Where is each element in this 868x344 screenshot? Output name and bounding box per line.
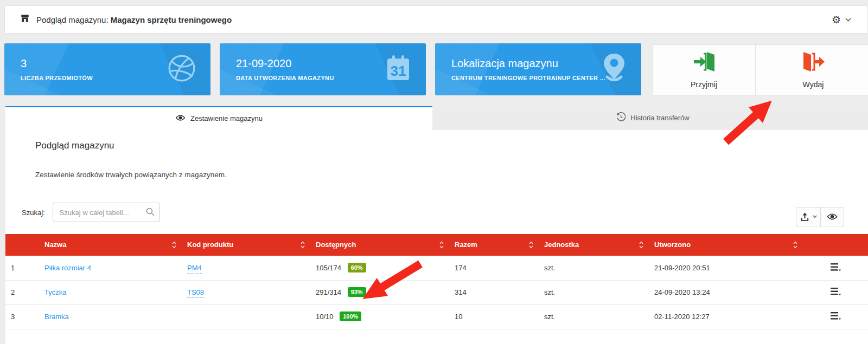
created-date: 02-11-2020 12:27 xyxy=(649,304,803,329)
availability-badge: 100% xyxy=(340,311,361,321)
column-header-index xyxy=(5,234,39,256)
stat-card-location: Lokalizacja magazynu CENTRUM TRENINGOWE … xyxy=(435,43,641,95)
sort-icon xyxy=(301,241,305,249)
stat-label: CENTRUM TRENINGOWE PROTRAINUP CENTER ... xyxy=(451,75,605,81)
stat-value: 21-09-2020 xyxy=(236,57,334,70)
available-count: 105/174 xyxy=(316,264,341,272)
stat-label: DATA UTWORZENIA MAGAZYNU xyxy=(236,75,334,81)
row-index: 2 xyxy=(5,280,39,304)
item-name-link[interactable]: Tyczka xyxy=(44,288,66,296)
unit: szt. xyxy=(539,304,649,329)
sort-icon xyxy=(529,241,533,249)
total-count: 174 xyxy=(449,256,539,280)
basketball-icon xyxy=(167,54,196,85)
chevron-down-icon xyxy=(813,215,817,218)
warehouse-summary-panel: Podgląd magazynu Zestawienie środków trw… xyxy=(5,129,868,344)
column-header-created[interactable]: Utworzono xyxy=(649,234,803,256)
unit: szt. xyxy=(539,256,649,280)
item-name-link[interactable]: Bramka xyxy=(44,313,69,321)
transfer-actions-card: Przyjmij Wydaj xyxy=(652,44,868,95)
item-name-link[interactable]: Piłka rozmiar 4 xyxy=(44,264,91,272)
menu-icon xyxy=(831,312,841,320)
table-search: Szukaj: xyxy=(22,203,160,222)
tab-warehouse-summary[interactable]: Zestawienie magazynu xyxy=(5,106,432,129)
column-header-total[interactable]: Razem xyxy=(449,234,539,256)
menu-icon xyxy=(831,263,841,271)
table-row: 1 Piłka rozmiar 4 PM4 105/174 60% 174 sz… xyxy=(5,256,868,280)
store-icon xyxy=(20,14,30,25)
available-count: 291/314 xyxy=(316,288,341,296)
table-row: 3 Bramka 10/10 100% 10 szt. 02-11-2020 1… xyxy=(5,304,868,329)
page-title: Podgląd magazynu: Magazyn sprzętu trenin… xyxy=(36,15,232,24)
calendar-icon: 31 xyxy=(385,54,412,85)
row-index: 1 xyxy=(5,256,39,280)
door-exit-icon xyxy=(802,51,825,74)
table-body: 1 Piłka rozmiar 4 PM4 105/174 60% 174 sz… xyxy=(5,256,868,329)
unit: szt. xyxy=(539,280,649,304)
table-toolbar xyxy=(796,207,844,226)
search-label: Szukaj: xyxy=(22,209,45,217)
menu-icon xyxy=(831,288,841,296)
tab-label: Historia transferów xyxy=(630,114,689,122)
history-icon xyxy=(616,112,626,123)
item-code-link[interactable]: TS08 xyxy=(187,288,204,298)
table-header-row: Nazwa Kod produktu Dostępnych xyxy=(5,234,868,256)
chevron-down-icon xyxy=(845,18,851,22)
stat-value: 3 xyxy=(21,57,93,70)
warehouse-preview-page: Podgląd magazynu: Magazyn sprzętu trenin… xyxy=(0,0,868,344)
row-actions-menu[interactable] xyxy=(831,288,841,297)
stat-card-item-count: 3 LICZBA PRZEDMIOTÓW xyxy=(4,43,210,95)
row-actions-menu[interactable] xyxy=(831,312,841,322)
sort-icon xyxy=(439,241,444,249)
total-count: 314 xyxy=(449,280,539,304)
settings-menu[interactable]: ⚙ xyxy=(832,15,851,25)
created-date: 24-09-2020 13:24 xyxy=(649,280,803,304)
sort-icon xyxy=(793,241,797,249)
receive-button-label: Przyjmij xyxy=(691,80,717,89)
item-code-link[interactable]: PM4 xyxy=(187,264,202,274)
export-icon xyxy=(800,212,810,222)
receive-button[interactable]: Przyjmij xyxy=(653,45,756,95)
availability-badge: 93% xyxy=(348,287,366,297)
table-row: 2 Tyczka TS08 291/314 93% 314 szt. 24-09… xyxy=(5,280,868,304)
stat-value: Lokalizacja magazynu xyxy=(451,57,605,70)
door-enter-icon xyxy=(693,51,716,74)
eye-icon xyxy=(827,213,838,220)
sort-icon xyxy=(639,241,643,249)
available-count: 10/10 xyxy=(316,313,334,321)
issue-button[interactable]: Wydaj xyxy=(756,45,868,95)
section-description: Zestawienie środków trwałych powiązanych… xyxy=(35,171,227,179)
column-header-actions xyxy=(803,234,868,256)
column-header-name[interactable]: Nazwa xyxy=(39,234,182,256)
search-input[interactable] xyxy=(53,203,160,222)
export-button[interactable] xyxy=(796,207,821,226)
row-actions-menu[interactable] xyxy=(831,263,841,273)
warehouse-items-table: Nazwa Kod produktu Dostępnych xyxy=(5,234,868,329)
column-header-unit[interactable]: Jednostka xyxy=(539,234,649,256)
column-header-available[interactable]: Dostępnych xyxy=(310,234,449,256)
page-header: Podgląd magazynu: Magazyn sprzętu trenin… xyxy=(4,5,868,34)
column-header-code[interactable]: Kod produktu xyxy=(182,234,310,256)
section-title: Podgląd magazynu xyxy=(35,140,114,151)
stat-label: LICZBA PRZEDMIOTÓW xyxy=(21,75,93,81)
tab-transfer-history[interactable]: Historia transferów xyxy=(432,106,868,129)
issue-button-label: Wydaj xyxy=(803,80,824,89)
tab-label: Zestawienie magazynu xyxy=(190,114,263,122)
total-count: 10 xyxy=(449,304,539,329)
created-date: 21-09-2020 20:51 xyxy=(649,256,803,280)
availability-badge: 60% xyxy=(348,263,366,272)
row-index: 3 xyxy=(5,304,39,329)
eye-icon xyxy=(175,114,186,123)
svg-text:31: 31 xyxy=(391,63,406,79)
sort-icon xyxy=(172,241,176,249)
stat-card-created-date: 21-09-2020 DATA UTWORZENIA MAGAZYNU 31 xyxy=(220,43,426,95)
map-pin-icon xyxy=(601,53,627,86)
column-visibility-button[interactable] xyxy=(821,207,844,226)
search-icon xyxy=(146,207,155,218)
gear-icon: ⚙ xyxy=(832,15,841,25)
